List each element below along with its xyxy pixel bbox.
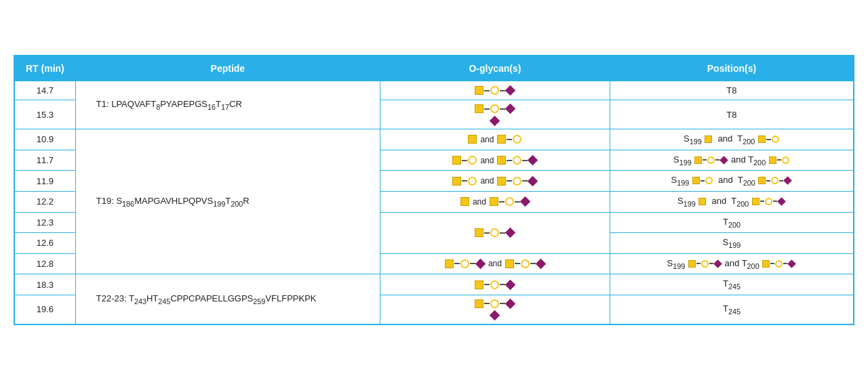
line-icon (484, 303, 490, 304)
table-row: 14.7 T1: LPAQVAFT8PYAPEPGS16T17CR T8 (15, 81, 854, 100)
rt-cell: 15.3 (15, 100, 76, 129)
square-icon (475, 86, 484, 95)
rt-cell: 18.3 (15, 274, 76, 295)
rt-cell: 12.6 (15, 233, 76, 254)
header-position: Position(s) (610, 56, 853, 81)
header-peptide: Peptide (75, 56, 380, 81)
diamond-icon (490, 115, 500, 126)
peptide-cell: T22-23: T243HT245CPPCPAPELLGGPS259VFLFPP… (75, 274, 380, 324)
circle-icon (490, 228, 499, 237)
circle-icon (505, 197, 514, 206)
glycan-cell: and (380, 191, 610, 212)
position-cell: S199 and T200 (610, 150, 853, 171)
circle-icon (490, 299, 499, 308)
peptide-cell: T1: LPAQVAFT8PYAPEPGS16T17CR (75, 81, 380, 129)
line-icon (462, 160, 467, 161)
glycan-cell (380, 274, 610, 295)
position-cell: T200 (610, 212, 853, 233)
circle-icon (513, 156, 521, 165)
rt-cell: 12.8 (15, 253, 76, 274)
line-icon (507, 160, 512, 161)
table-row: 18.3 T22-23: T243HT245CPPCPAPELLGGPS259V… (15, 274, 854, 295)
peptide-cell: T19: S186MAPGAVHLPQPVS199T200R (75, 129, 380, 274)
glycan-cell (380, 100, 610, 129)
circle-icon (468, 156, 477, 165)
circle-icon (490, 280, 499, 289)
glycan-cell: and (380, 253, 610, 274)
rt-cell: 11.9 (15, 171, 76, 192)
position-cell: T245 (610, 274, 853, 295)
diamond-icon (528, 155, 538, 166)
rt-cell: 14.7 (15, 81, 76, 100)
square-icon (475, 299, 484, 308)
rt-cell: 12.2 (15, 191, 76, 212)
position-cell: T8 (610, 100, 853, 129)
line-icon (499, 201, 505, 203)
circle-icon (468, 177, 477, 186)
rt-cell: 10.9 (15, 129, 76, 150)
diamond-icon (505, 104, 516, 114)
circle-icon (460, 259, 469, 268)
header-oglycan: O-glycan(s) (380, 56, 610, 81)
circle-icon (521, 259, 530, 268)
diamond-icon (505, 228, 516, 238)
square-icon (475, 228, 484, 237)
square-icon (497, 156, 506, 165)
square-icon (460, 197, 469, 206)
line-icon (484, 108, 490, 110)
square-icon (490, 197, 498, 206)
position-cell: S199 and T200 (610, 129, 853, 150)
glycan-cell: and (380, 129, 610, 150)
glycan-cell: and (380, 150, 610, 171)
line-icon (454, 263, 460, 264)
header-rt: RT (min) (15, 56, 76, 81)
line-icon (462, 180, 467, 182)
square-icon (505, 259, 514, 268)
glycan-table: RT (min) Peptide O-glycan(s) Position(s)… (14, 55, 854, 325)
square-icon (475, 104, 484, 113)
rt-cell: 19.6 (15, 295, 76, 324)
glycan-cell (380, 81, 610, 100)
table-row: 10.9 T19: S186MAPGAVHLPQPVS199T200R and … (15, 129, 854, 150)
position-cell: S199 and T200 (610, 171, 853, 192)
diamond-icon (505, 85, 516, 96)
line-icon (507, 180, 512, 182)
diamond-icon (520, 196, 531, 207)
square-icon (452, 156, 461, 165)
circle-icon (513, 177, 521, 186)
square-icon (497, 177, 506, 186)
square-icon (475, 280, 484, 289)
glycan-cell (380, 295, 610, 324)
position-cell: T245 (610, 295, 853, 324)
square-icon (468, 135, 477, 144)
square-icon (445, 259, 454, 268)
circle-icon (490, 86, 499, 95)
rt-cell: 11.7 (15, 150, 76, 171)
diamond-icon (528, 175, 538, 186)
line-icon (515, 263, 520, 264)
diamond-icon (505, 299, 516, 310)
position-cell: S199 and T200 (610, 191, 853, 212)
position-cell: S199 and T200 (610, 253, 853, 274)
square-icon (452, 177, 461, 186)
glycan-cell (380, 212, 610, 253)
square-icon (497, 135, 506, 144)
position-cell: S199 (610, 233, 853, 254)
circle-icon (513, 135, 521, 144)
circle-icon (490, 104, 499, 113)
diamond-icon (490, 310, 500, 321)
diamond-icon (536, 259, 547, 270)
rt-cell: 12.3 (15, 212, 76, 233)
glycan-cell: and (380, 171, 610, 192)
diamond-icon (505, 279, 516, 290)
diamond-icon (475, 259, 486, 270)
line-icon (484, 232, 490, 234)
line-icon (484, 284, 490, 285)
line-icon (507, 139, 512, 140)
position-cell: T8 (610, 81, 853, 100)
line-icon (484, 90, 490, 91)
